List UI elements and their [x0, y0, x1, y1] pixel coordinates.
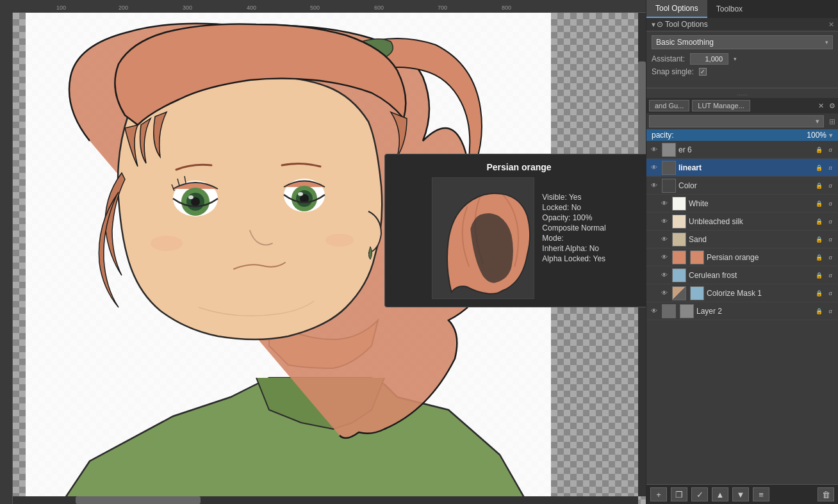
svg-point-12	[325, 234, 354, 247]
move-down-btn[interactable]: ▼	[732, 487, 749, 501]
assistant-label: Assistant:	[652, 54, 685, 63]
scroll-thumb-h[interactable]	[76, 496, 201, 504]
layer-name-lineart: lineart	[678, 163, 811, 172]
section-dots: ......	[646, 88, 838, 98]
canvas-viewport[interactable]: Persian orange	[13, 13, 646, 504]
add-layer-btn[interactable]: +	[650, 487, 667, 501]
tooltip-locked: Locked: No	[542, 203, 605, 212]
right-panel: Tool Options Toolbox ▼ ⊙ Tool Options ✕ …	[646, 0, 838, 504]
alpha-btn-cerulean[interactable]: α	[825, 270, 835, 280]
layer-name-er6: er 6	[678, 145, 811, 154]
layer-item-color[interactable]: 👁 Color 🔒 α	[646, 177, 838, 195]
visibility-btn-cerulean[interactable]: 👁	[659, 270, 670, 280]
layer-item-lineart[interactable]: 👁 lineart 🔒 α	[646, 159, 838, 177]
visibility-btn-mask[interactable]: 👁	[659, 288, 670, 298]
snap-single-checkbox[interactable]: ✓	[699, 68, 707, 76]
btn-lut-manage[interactable]: LUT Manage...	[692, 100, 750, 111]
assistant-value[interactable]: 1,000	[690, 53, 728, 65]
layer-item-cerulean[interactable]: 👁 Cerulean frost 🔒 α	[646, 266, 838, 284]
check-layer-btn[interactable]: ✓	[691, 487, 708, 501]
snap-single-row: Snap single: ✓	[652, 67, 833, 76]
ruler-left	[0, 13, 13, 504]
lock-btn-persian[interactable]: 🔒	[814, 252, 824, 263]
tool-options-body: Basic Smoothing ▾ Assistant: 1,000 ▾ Sna…	[646, 31, 838, 83]
layer-item-colorize-mask[interactable]: 👁 Colorize Mask 1 🔒 α	[646, 284, 838, 302]
lock-btn-sand[interactable]: 🔒	[814, 234, 824, 245]
layer-name-persian-orange: Persian orange	[707, 253, 811, 262]
layers-panel-close[interactable]: ✕	[818, 102, 824, 110]
layer-item-layer2[interactable]: 👁 Layer 2 🔒 α	[646, 302, 838, 320]
alpha-btn-persian[interactable]: α	[825, 252, 835, 263]
ruler-mark-300: 300	[183, 4, 192, 11]
thumbnail-mask-2	[690, 286, 704, 300]
alpha-btn-lineart[interactable]: α	[825, 163, 835, 173]
opacity-value: 100%	[807, 131, 826, 140]
visibility-btn-color[interactable]: 👁	[649, 181, 659, 191]
alpha-btn-color[interactable]: α	[825, 181, 835, 191]
alpha-btn-layer2[interactable]: α	[825, 306, 835, 316]
tooltip-alpha-locked: Alpha Locked: Yes	[542, 254, 605, 263]
opacity-stepper[interactable]: ▾	[829, 131, 833, 140]
smoothing-dropdown-arrow: ▾	[825, 39, 828, 45]
tab-toolbox[interactable]: Toolbox	[707, 0, 752, 18]
visibility-btn-layer2[interactable]: 👁	[649, 306, 659, 316]
visibility-btn-er6[interactable]: 👁	[649, 145, 659, 155]
lock-btn-cerulean[interactable]: 🔒	[814, 270, 824, 280]
lock-btn-mask[interactable]: 🔒	[814, 288, 824, 298]
thumbnail-color	[662, 179, 676, 193]
layer-name-cerulean: Cerulean frost	[689, 271, 811, 280]
layers-panel-settings[interactable]: ⚙	[829, 102, 835, 110]
layer-item-persian-orange[interactable]: 👁 Persian orange 🔒 α	[646, 248, 838, 266]
snap-single-label: Snap single:	[652, 67, 694, 76]
smoothing-dropdown[interactable]: Basic Smoothing ▾	[652, 35, 833, 49]
tab-tool-options[interactable]: Tool Options	[646, 0, 707, 18]
assistant-row: Assistant: 1,000 ▾	[652, 53, 833, 65]
layer-actions-sand: 🔒 α	[814, 234, 835, 245]
tool-options-collapse-icon: ▼	[650, 21, 657, 28]
filter-funnel-icon[interactable]: ⊞	[829, 117, 835, 126]
lock-btn-er6[interactable]: 🔒	[814, 145, 824, 155]
ruler-mark-500: 500	[310, 4, 320, 11]
opacity-row: pacity: 100% ▾	[646, 129, 838, 141]
ruler-mark-200: 200	[119, 4, 128, 11]
alpha-btn-white[interactable]: α	[825, 199, 835, 209]
layer-actions-layer2: 🔒 α	[814, 306, 835, 316]
tool-options-header[interactable]: ▼ ⊙ Tool Options ✕	[646, 18, 838, 31]
alpha-btn-unbleached[interactable]: α	[825, 216, 835, 227]
canvas-scrollbar-h[interactable]	[13, 496, 638, 504]
layer-item-er6[interactable]: 👁 er 6 🔒 α	[646, 141, 838, 159]
thumbnail-unbleached	[672, 215, 686, 229]
move-up-btn[interactable]: ▲	[712, 487, 728, 501]
ruler-top: 100 200 300 400 500 600 700 800	[0, 0, 646, 13]
layer-name-color: Color	[678, 181, 811, 190]
layers-search-row: ▾ ⊞	[646, 113, 838, 129]
layer-item-unbleached-silk[interactable]: 👁 Unbleached silk 🔒 α	[646, 213, 838, 231]
lock-btn-white[interactable]: 🔒	[814, 199, 824, 209]
copy-layer-btn[interactable]: ❐	[671, 487, 687, 501]
layers-filter-dropdown[interactable]: ▾	[649, 115, 824, 127]
svg-point-10	[298, 192, 303, 196]
visibility-btn-white[interactable]: 👁	[659, 199, 670, 209]
layer-list: 👁 er 6 🔒 α 👁 lineart 🔒 α	[646, 141, 838, 484]
visibility-btn-sand[interactable]: 👁	[659, 234, 670, 245]
ruler-mark-600: 600	[374, 4, 384, 11]
lock-btn-color[interactable]: 🔒	[814, 181, 824, 191]
thumbnail-cerulean	[672, 268, 686, 282]
alpha-btn-er6[interactable]: α	[825, 145, 835, 155]
lock-btn-unbleached[interactable]: 🔒	[814, 216, 824, 227]
assistant-stepper[interactable]: ▾	[734, 56, 737, 62]
lock-btn-lineart[interactable]: 🔒	[814, 163, 824, 173]
btn-and-guides[interactable]: and Gu...	[649, 100, 689, 111]
layer-name-mask: Colorize Mask 1	[707, 289, 811, 298]
visibility-btn-lineart[interactable]: 👁	[649, 163, 659, 173]
tooltip-mode: Mode:	[542, 234, 605, 243]
visibility-btn-unbleached[interactable]: 👁	[659, 216, 670, 227]
delete-layer-btn[interactable]: 🗑	[817, 487, 834, 501]
visibility-btn-persian[interactable]: 👁	[659, 252, 670, 263]
layer-item-sand[interactable]: 👁 Sand 🔒 α	[646, 231, 838, 248]
layer-item-white[interactable]: 👁 White 🔒 α	[646, 195, 838, 213]
alpha-btn-mask[interactable]: α	[825, 288, 835, 298]
alpha-btn-sand[interactable]: α	[825, 234, 835, 245]
layer-options-btn[interactable]: ≡	[753, 487, 769, 501]
lock-btn-layer2[interactable]: 🔒	[814, 306, 824, 316]
